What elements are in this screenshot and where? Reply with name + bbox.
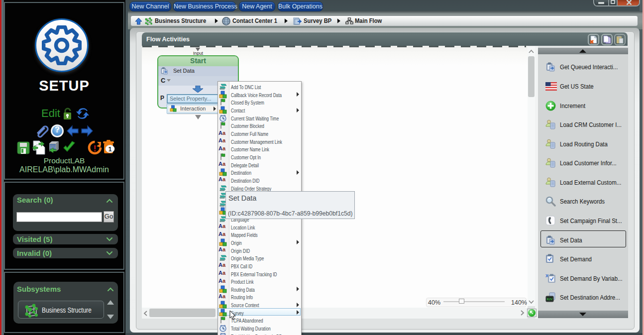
svg-text:!: ! [94,144,97,153]
svg-text:1: 1 [108,145,111,153]
svg-text:RJV: RJV [547,298,552,301]
